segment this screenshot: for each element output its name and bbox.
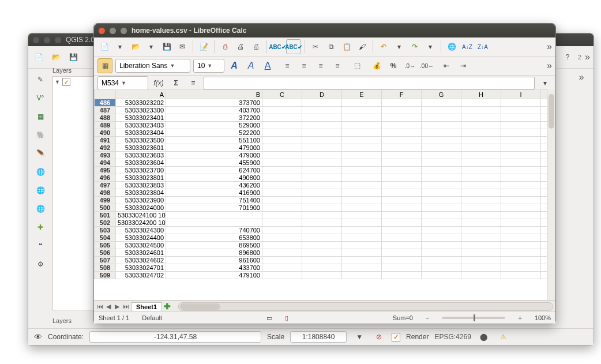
- cell[interactable]: 53033024200 1000000: [116, 219, 166, 227]
- cell[interactable]: [461, 189, 501, 197]
- cut-icon[interactable]: ✂: [309, 40, 322, 54]
- add-wms-icon[interactable]: 🌐: [33, 165, 47, 179]
- cell[interactable]: [501, 99, 541, 107]
- align-center-icon[interactable]: ≡: [297, 59, 311, 73]
- cell[interactable]: [461, 99, 501, 107]
- cell[interactable]: [501, 144, 541, 152]
- toggle-extents-icon[interactable]: 👁: [34, 332, 42, 342]
- row-header[interactable]: 494: [95, 159, 116, 167]
- cell-reference-input[interactable]: M534▼: [97, 76, 148, 90]
- new-project-icon[interactable]: 📄: [32, 50, 46, 64]
- cell[interactable]: 436200: [166, 182, 262, 189]
- print-preview-icon[interactable]: 🖨: [249, 40, 263, 54]
- add-postgis-icon[interactable]: 🐘: [33, 128, 47, 142]
- cell[interactable]: [422, 242, 461, 249]
- cell[interactable]: [382, 129, 422, 137]
- selection-mode-icon[interactable]: ▯: [285, 314, 288, 322]
- column-header[interactable]: F: [382, 90, 422, 99]
- cell[interactable]: [422, 174, 461, 182]
- cell[interactable]: [302, 242, 342, 249]
- cell[interactable]: 53033023500: [116, 137, 166, 144]
- align-justify-icon[interactable]: ≡: [330, 59, 344, 73]
- cell[interactable]: [262, 242, 302, 249]
- merge-cells-icon[interactable]: ⬚: [350, 59, 364, 73]
- layer-visibility-checkbox[interactable]: ✓: [62, 78, 70, 86]
- cell[interactable]: 53033023900: [116, 197, 166, 204]
- cell[interactable]: [342, 174, 382, 182]
- cell[interactable]: [302, 174, 342, 182]
- cell[interactable]: [501, 137, 541, 144]
- cell[interactable]: [302, 212, 342, 219]
- cell[interactable]: [461, 182, 501, 189]
- close-icon[interactable]: [99, 28, 105, 34]
- cell[interactable]: [382, 189, 422, 197]
- horizontal-scrollbar[interactable]: [178, 302, 553, 311]
- cell[interactable]: 53033024601: [116, 249, 166, 257]
- cell[interactable]: [302, 219, 342, 227]
- cell[interactable]: [262, 272, 302, 279]
- cell[interactable]: [342, 107, 382, 114]
- cell[interactable]: 53033023601: [116, 144, 166, 152]
- cell[interactable]: [342, 129, 382, 137]
- cell[interactable]: 403700: [166, 107, 262, 114]
- cell[interactable]: [302, 107, 342, 114]
- cell[interactable]: [382, 137, 422, 144]
- cell[interactable]: [422, 204, 461, 212]
- minimize-icon[interactable]: [110, 28, 116, 34]
- cell[interactable]: [422, 272, 461, 279]
- cell[interactable]: [382, 152, 422, 159]
- save-project-icon[interactable]: 💾: [66, 50, 80, 64]
- row-header[interactable]: 503: [95, 227, 116, 234]
- styles-icon[interactable]: ▦: [97, 58, 112, 73]
- cell[interactable]: [166, 219, 262, 227]
- row-header[interactable]: 495: [95, 167, 116, 174]
- cell[interactable]: [501, 249, 541, 257]
- cell[interactable]: [382, 114, 422, 122]
- vertical-scrollbar[interactable]: [547, 89, 555, 301]
- paint-format-icon[interactable]: 🖌: [355, 40, 369, 54]
- cell[interactable]: 53033024500: [116, 242, 166, 249]
- cell[interactable]: [461, 227, 501, 234]
- cell[interactable]: [382, 272, 422, 279]
- cell[interactable]: 53033024000: [116, 204, 166, 212]
- add-sheet-icon[interactable]: ✚: [164, 302, 171, 311]
- row-header[interactable]: 501: [95, 212, 116, 219]
- coordinate-input[interactable]: -124.31,47.58: [89, 331, 261, 343]
- cell[interactable]: [422, 189, 461, 197]
- cell[interactable]: [262, 159, 302, 167]
- zoom-in-icon[interactable]: +: [518, 314, 521, 321]
- export-pdf-icon[interactable]: ⎙: [218, 40, 232, 54]
- cell[interactable]: [501, 264, 541, 272]
- cell[interactable]: [262, 189, 302, 197]
- decrease-indent-icon[interactable]: ⇤: [440, 59, 453, 73]
- cell[interactable]: 53033023403: [116, 122, 166, 129]
- qgis-close-icon[interactable]: [33, 37, 39, 43]
- cell[interactable]: [422, 129, 461, 137]
- sort-asc-icon[interactable]: A↓Z: [460, 40, 474, 54]
- italic-icon[interactable]: A: [244, 59, 258, 73]
- row-header[interactable]: 497: [95, 182, 116, 189]
- cell[interactable]: [302, 264, 342, 272]
- cell[interactable]: [501, 257, 541, 264]
- cell[interactable]: 53033023300: [116, 107, 166, 114]
- cell[interactable]: [422, 257, 461, 264]
- row-header[interactable]: 502: [95, 219, 116, 227]
- cell[interactable]: 53033023803: [116, 182, 166, 189]
- cell[interactable]: [382, 219, 422, 227]
- cell[interactable]: [262, 144, 302, 152]
- cell[interactable]: [302, 249, 342, 257]
- cell[interactable]: [342, 242, 382, 249]
- cell[interactable]: [302, 234, 342, 242]
- cell[interactable]: [302, 189, 342, 197]
- cell[interactable]: [422, 219, 461, 227]
- cell[interactable]: 416900: [166, 189, 262, 197]
- cell[interactable]: 53033023202: [116, 99, 166, 107]
- cell[interactable]: [262, 129, 302, 137]
- cell[interactable]: 53033023604: [116, 159, 166, 167]
- cell[interactable]: [382, 107, 422, 114]
- print-icon[interactable]: 🖨: [234, 40, 247, 54]
- cell[interactable]: 53033023700: [116, 167, 166, 174]
- cell[interactable]: 869500: [166, 242, 262, 249]
- cell[interactable]: [262, 257, 302, 264]
- add-csv-icon[interactable]: ❝: [33, 239, 47, 253]
